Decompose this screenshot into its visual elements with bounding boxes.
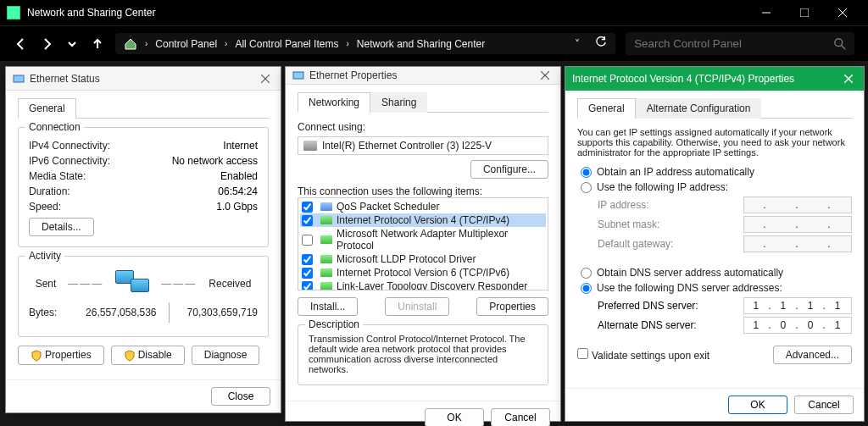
disable-button[interactable]: Disable — [111, 346, 185, 365]
chevron-down-icon[interactable]: ˅ — [575, 38, 580, 50]
cancel-button[interactable]: Cancel — [491, 408, 550, 426]
item-checkbox[interactable] — [302, 268, 313, 279]
crumb[interactable]: All Control Panel Items — [235, 38, 338, 50]
list-item[interactable]: Internet Protocol Version 6 (TCP/IPv6) — [300, 266, 546, 279]
shield-icon — [124, 350, 136, 362]
diagnose-button[interactable]: Diagnose — [192, 346, 260, 365]
list-item[interactable]: Microsoft Network Adapter Multiplexor Pr… — [300, 227, 546, 252]
close-button[interactable] — [823, 0, 861, 25]
title-bar: Network and Sharing Center — [0, 0, 868, 25]
protocol-icon — [320, 255, 332, 263]
dialog-title: Ethernet Properties — [309, 69, 537, 81]
home-icon — [124, 37, 137, 51]
close-icon[interactable] — [257, 70, 274, 87]
svg-line-5 — [842, 45, 845, 48]
item-label: Internet Protocol Version 6 (TCP/IPv6) — [337, 267, 509, 279]
window-title: Network and Sharing Center — [27, 7, 747, 19]
ip-address-input: ... — [743, 196, 852, 213]
protocol-icon — [320, 202, 332, 211]
received-label: Received — [209, 278, 251, 290]
ipv4-properties-dialog: Internet Protocol Version 4 (TCP/IPv4) P… — [565, 66, 865, 422]
media-state: Enabled — [220, 170, 258, 182]
close-icon[interactable] — [537, 67, 554, 84]
forward-button[interactable] — [39, 36, 54, 52]
item-checkbox[interactable] — [302, 202, 313, 213]
crumb[interactable]: Network and Sharing Center — [357, 38, 485, 50]
preferred-dns-input[interactable]: 1.1.1.1 — [743, 297, 852, 314]
details-button[interactable]: Details... — [29, 218, 94, 236]
item-label: Link-Layer Topology Discovery Responder — [337, 280, 527, 290]
dialog-title-bar[interactable]: Internet Protocol Version 4 (TCP/IPv4) P… — [565, 67, 864, 91]
radio-dns-manual[interactable]: Use the following DNS server addresses: — [581, 282, 852, 294]
tab-general[interactable]: General — [577, 98, 636, 119]
sent-label: Sent — [36, 278, 57, 290]
svg-rect-6 — [14, 75, 24, 82]
refresh-button[interactable] — [595, 36, 607, 51]
tab-sharing[interactable]: Sharing — [370, 92, 427, 113]
dialog-title-bar[interactable]: Ethernet Status — [6, 67, 281, 91]
app-icon — [7, 6, 20, 19]
description-text: Transmission Control Protocol/Internet P… — [309, 334, 537, 374]
ethernet-properties-dialog: Ethernet Properties Networking Sharing C… — [285, 66, 561, 422]
close-button[interactable]: Close — [211, 387, 270, 406]
item-properties-button[interactable]: Properties — [476, 297, 548, 316]
item-checkbox[interactable] — [302, 254, 313, 265]
protocol-icon — [320, 268, 332, 277]
dialog-title: Ethernet Status — [30, 73, 257, 85]
item-checkbox[interactable] — [302, 215, 313, 226]
computers-icon — [115, 270, 149, 297]
svg-rect-1 — [800, 8, 809, 17]
minimize-button[interactable] — [747, 0, 785, 25]
tab-alternate[interactable]: Alternate Configuration — [636, 98, 762, 119]
chevron-right-icon: › — [145, 39, 147, 48]
advanced-button[interactable]: Advanced... — [773, 346, 852, 364]
ethernet-status-dialog: Ethernet Status General Connection IPv4 … — [5, 66, 281, 413]
alternate-dns-input[interactable]: 1.0.0.1 — [743, 317, 852, 334]
dialog-title-bar[interactable]: Ethernet Properties — [286, 67, 560, 85]
items-list[interactable]: QoS Packet SchedulerInternet Protocol Ve… — [298, 197, 548, 290]
install-button[interactable]: Install... — [298, 297, 358, 316]
search-box[interactable] — [626, 32, 854, 55]
recent-button[interactable] — [64, 36, 80, 52]
ok-button[interactable]: OK — [728, 396, 787, 414]
subnet-input: ... — [743, 216, 852, 233]
protocol-icon — [320, 235, 332, 244]
adapter-field: Intel(R) Ethernet Controller (3) I225-V — [298, 136, 548, 155]
protocol-icon — [320, 216, 332, 224]
connect-using-label: Connect using: — [298, 121, 548, 133]
list-item[interactable]: QoS Packet Scheduler — [300, 200, 546, 213]
item-checkbox[interactable] — [302, 281, 313, 291]
radio-dns-auto[interactable]: Obtain DNS server address automatically — [581, 267, 852, 279]
info-text: You can get IP settings assigned automat… — [577, 127, 852, 158]
back-button[interactable] — [14, 36, 29, 52]
uninstall-button[interactable]: Uninstall — [385, 297, 449, 316]
shield-icon — [31, 350, 42, 362]
gateway-input: ... — [743, 235, 852, 252]
list-item[interactable]: Link-Layer Topology Discovery Responder — [300, 279, 546, 290]
protocol-icon — [320, 282, 332, 290]
close-icon[interactable] — [840, 70, 857, 87]
crumb[interactable]: Control Panel — [155, 38, 217, 50]
radio-ip-manual[interactable]: Use the following IP address: — [581, 181, 852, 193]
cancel-button[interactable]: Cancel — [794, 396, 854, 414]
item-label: Microsoft LLDP Protocol Driver — [337, 253, 476, 265]
maximize-button[interactable] — [785, 0, 823, 25]
chevron-right-icon: › — [346, 39, 348, 48]
list-item[interactable]: Microsoft LLDP Protocol Driver — [300, 252, 546, 266]
tab-networking[interactable]: Networking — [298, 92, 370, 113]
tab-general[interactable]: General — [18, 98, 76, 119]
chevron-right-icon: › — [225, 39, 227, 48]
search-input[interactable] — [634, 37, 825, 50]
ethernet-icon — [292, 69, 304, 81]
configure-button[interactable]: Configure... — [470, 160, 548, 179]
ok-button[interactable]: OK — [425, 408, 484, 426]
radio-ip-auto[interactable]: Obtain an IP address automatically — [581, 166, 852, 178]
search-icon — [834, 38, 846, 50]
item-label: Microsoft Network Adapter Multiplexor Pr… — [337, 228, 544, 252]
address-bar[interactable]: › Control Panel › All Control Panel Item… — [115, 33, 615, 54]
properties-button[interactable]: Properties — [18, 346, 104, 365]
up-button[interactable] — [90, 36, 105, 52]
item-checkbox[interactable] — [302, 235, 313, 246]
list-item[interactable]: Internet Protocol Version 4 (TCP/IPv4) — [300, 213, 546, 227]
validate-checkbox[interactable]: Validate settings upon exit — [577, 348, 709, 362]
